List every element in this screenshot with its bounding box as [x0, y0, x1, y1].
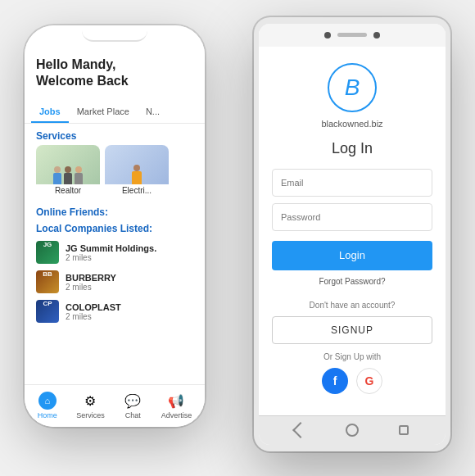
- nav-services-label: Services: [76, 411, 105, 419]
- right-phone: B blackowned.biz Log In Login Forgot Pas…: [254, 17, 450, 451]
- burberry-name: BURBERRY: [66, 273, 193, 283]
- login-title: Log In: [332, 140, 373, 157]
- nav-advertise-label: Advertise: [161, 411, 192, 419]
- home-icon: ⌂: [38, 392, 57, 410]
- company-coloplast[interactable]: CP COLOPLAST 2 miles: [25, 297, 205, 326]
- nav-home[interactable]: ⌂ Home: [38, 392, 57, 419]
- email-input[interactable]: [272, 169, 432, 197]
- electric-image: [105, 145, 169, 184]
- forgot-password-link[interactable]: Forgot Password?: [319, 277, 385, 286]
- nav-chat[interactable]: 💬 Chat: [124, 392, 142, 419]
- no-account-text: Don't have an account?: [310, 301, 396, 310]
- services-grid: Realtor Electri...: [25, 145, 205, 205]
- electric-label: Electri...: [105, 184, 169, 197]
- burberry-info: BURBERRY 2 miles: [66, 273, 193, 292]
- back-button[interactable]: [293, 423, 308, 437]
- front-camera: [324, 32, 331, 39]
- google-button[interactable]: G: [356, 368, 382, 394]
- realtor-label: Realtor: [36, 184, 100, 197]
- companies-title: Local Companies Listed:: [25, 221, 205, 238]
- tab-bar: Jobs Market Place N...: [25, 102, 205, 124]
- tab-more[interactable]: N...: [138, 102, 168, 123]
- front-sensor: [373, 32, 380, 39]
- company-burberry[interactable]: BB BURBERRY 2 miles: [25, 267, 205, 297]
- coloplast-name: COLOPLAST: [66, 302, 193, 312]
- nav-advertise[interactable]: 📢 Advertise: [161, 392, 192, 419]
- speaker: [337, 33, 367, 37]
- brand-logo: B: [328, 63, 377, 112]
- password-input[interactable]: [272, 203, 432, 231]
- greeting-text: Hello Mandy, Welcome Back: [36, 57, 193, 91]
- recents-button[interactable]: [396, 423, 411, 437]
- brand-name: blackowned.biz: [321, 119, 382, 129]
- service-realtor[interactable]: Realtor: [36, 145, 100, 198]
- coloplast-logo: CP: [36, 300, 59, 323]
- coloplast-dist: 2 miles: [66, 312, 193, 321]
- jg-logo: JG: [36, 241, 59, 264]
- chat-icon: 💬: [124, 392, 142, 410]
- notch: [82, 25, 147, 42]
- android-top-bar: [259, 24, 446, 47]
- left-phone: Hello Mandy, Welcome Back Jobs Market Pl…: [25, 25, 205, 427]
- tab-marketplace[interactable]: Market Place: [69, 102, 138, 123]
- company-jg[interactable]: JG JG Summit Holdings. 2 miles: [25, 238, 205, 267]
- nav-chat-label: Chat: [125, 411, 141, 419]
- right-screen: B blackowned.biz Log In Login Forgot Pas…: [259, 24, 446, 445]
- services-title: Services: [25, 124, 205, 145]
- services-icon: ⚙: [81, 392, 99, 410]
- android-bottom-bar: [259, 415, 446, 445]
- jg-dist: 2 miles: [66, 253, 193, 262]
- login-button[interactable]: Login: [272, 241, 432, 270]
- jg-info: JG Summit Holdings. 2 miles: [66, 243, 193, 262]
- login-screen: B blackowned.biz Log In Login Forgot Pas…: [259, 47, 446, 415]
- left-screen: Hello Mandy, Welcome Back Jobs Market Pl…: [25, 25, 205, 427]
- nav-home-label: Home: [38, 411, 57, 419]
- jg-name: JG Summit Holdings.: [66, 243, 193, 253]
- advertise-icon: 📢: [167, 392, 185, 410]
- recents-icon: [399, 425, 409, 435]
- greeting-header: Hello Mandy, Welcome Back: [25, 48, 205, 96]
- burberry-logo: BB: [36, 270, 59, 293]
- coloplast-info: COLOPLAST 2 miles: [66, 302, 193, 321]
- home-button[interactable]: [345, 423, 360, 437]
- bottom-nav: ⌂ Home ⚙ Services 💬 Chat 📢 Advertise: [25, 384, 205, 427]
- online-friends-title: Online Friends:: [25, 205, 205, 221]
- brand-letter: B: [345, 75, 360, 101]
- nav-services[interactable]: ⚙ Services: [76, 392, 105, 419]
- back-icon: [292, 422, 309, 438]
- home-circle-icon: [346, 424, 359, 437]
- tab-jobs[interactable]: Jobs: [31, 102, 69, 123]
- burberry-dist: 2 miles: [66, 283, 193, 292]
- realtor-image: [36, 145, 100, 184]
- signup-button[interactable]: SIGNUP: [272, 316, 432, 344]
- or-signup-text: Or Sign Up with: [323, 352, 381, 361]
- service-electric[interactable]: Electri...: [105, 145, 169, 198]
- social-buttons: f G: [322, 368, 382, 394]
- facebook-button[interactable]: f: [322, 368, 348, 394]
